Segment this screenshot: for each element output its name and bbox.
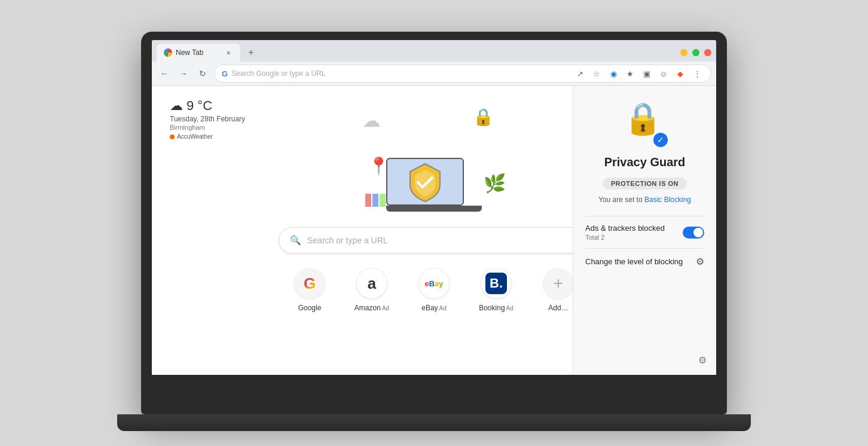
- change-blocking-row: Change the level of blocking ⚙: [585, 248, 704, 267]
- weather-widget: ☁ 9 °C Tuesday, 28th February Birmingham…: [170, 98, 245, 140]
- laptop-screen: New Tab ✕ + ← → ↻ G Search Google or typ…: [152, 40, 716, 375]
- brave-icon[interactable]: ◆: [674, 67, 687, 80]
- ebay-label: eBayAd: [421, 304, 447, 312]
- quick-link-google[interactable]: G Google: [286, 268, 334, 312]
- booking-label: BookingAd: [479, 304, 514, 312]
- shield-icon[interactable]: ◉: [607, 67, 620, 80]
- laptop-base-bar: [117, 414, 751, 431]
- ebay-ad-badge: Ad: [439, 305, 447, 311]
- search-placeholder-text: Search or type a URL: [307, 236, 388, 245]
- booking-ad-badge: Ad: [506, 305, 514, 311]
- google-g-letter: G: [304, 274, 316, 293]
- security-image: ☁ 🔒 📍: [356, 104, 512, 212]
- tab-close-button[interactable]: ✕: [224, 48, 233, 57]
- new-tab-button[interactable]: +: [243, 44, 259, 61]
- cloud-decor: ☁: [362, 110, 380, 131]
- ads-trackers-row: Ads & trackers blocked Total 2: [585, 216, 704, 248]
- address-field[interactable]: G Search Google or type a URL ↗ ☆ ◉ ★ ▣ …: [214, 65, 711, 83]
- laptop-shell: New Tab ✕ + ← → ↻ G Search Google or typ…: [141, 32, 727, 414]
- search-container: 🔍 Search or type a URL: [279, 227, 589, 253]
- shield-svg: [407, 161, 443, 203]
- ads-row-header: Ads & trackers blocked Total 2: [585, 224, 704, 241]
- basic-blocking-link[interactable]: Basic Blocking: [644, 195, 691, 204]
- hero-illustration: ☁ 🔒 📍: [332, 98, 536, 218]
- protection-status-badge: PROTECTION IS ON: [603, 178, 687, 190]
- settings-gear-icon[interactable]: ⚙: [696, 256, 704, 267]
- ads-toggle[interactable]: [683, 227, 704, 239]
- google-g-favicon: G: [222, 69, 228, 78]
- books-decor: [365, 194, 386, 207]
- settings-icon: ⚙: [698, 355, 707, 365]
- address-icons: ↗ ☆ ◉ ★ ▣ ☺ ◆ ⋮: [573, 67, 704, 80]
- minimize-button[interactable]: [680, 49, 687, 56]
- maximize-button[interactable]: [692, 49, 699, 56]
- weather-source: AccuWeather: [170, 133, 245, 140]
- search-icon: 🔍: [290, 235, 301, 246]
- laptop-base: [386, 206, 482, 212]
- ads-row-count: Total 2: [585, 234, 665, 241]
- ebay-icon: eBay: [418, 268, 450, 299]
- tab-label: New Tab: [176, 48, 203, 57]
- quick-link-amazon[interactable]: a AmazonAd: [348, 268, 396, 312]
- change-label: Change the level of blocking: [585, 257, 683, 266]
- temperature-value: 9 °C: [187, 98, 212, 114]
- profile-icon[interactable]: ☺: [657, 67, 670, 80]
- weather-date: Tuesday, 28th February: [170, 115, 245, 123]
- share-icon[interactable]: ↗: [573, 67, 586, 80]
- ads-row-text: Ads & trackers blocked Total 2: [585, 224, 665, 241]
- address-bar-row: ← → ↻ G Search Google or type a URL ↗ ☆ …: [152, 62, 716, 85]
- amazon-ad-badge: Ad: [382, 305, 389, 311]
- privacy-guard-panel: 🔒 ✓ Privacy Guard PROTECTION IS ON You a…: [573, 86, 716, 375]
- add-plus: +: [554, 274, 563, 293]
- quick-link-booking[interactable]: B. BookingAd: [472, 268, 520, 312]
- plant-decor: 🌿: [484, 173, 506, 194]
- back-button[interactable]: ←: [157, 66, 172, 81]
- google-label: Google: [298, 304, 322, 312]
- window-controls: [680, 49, 711, 56]
- newtab-settings-button[interactable]: ⚙: [698, 355, 707, 366]
- toggle-knob: [693, 228, 703, 237]
- close-button[interactable]: [704, 49, 711, 56]
- address-text: Search Google or type a URL: [231, 69, 325, 78]
- amazon-icon: a: [356, 268, 387, 299]
- browser-chrome: New Tab ✕ + ← → ↻ G Search Google or typ…: [152, 40, 716, 86]
- privacy-description: You are set to Basic Blocking: [598, 195, 691, 204]
- newtab-content: ☁ 9 °C Tuesday, 28th February Birmingham…: [152, 86, 716, 375]
- add-icon: +: [543, 268, 574, 299]
- cloud-icon: ☁: [170, 98, 183, 114]
- menu-icon[interactable]: ⋮: [690, 67, 704, 80]
- ads-row-title: Ads & trackers blocked: [585, 224, 665, 233]
- check-icon: ✓: [657, 135, 664, 145]
- search-bar[interactable]: 🔍 Search or type a URL: [279, 227, 589, 253]
- tab-favicon: [164, 48, 172, 57]
- ebay-text: eBay: [424, 279, 443, 288]
- weather-temp: ☁ 9 °C: [170, 98, 245, 114]
- privacy-guard-icon-wrap: 🔒 ✓: [624, 103, 667, 146]
- booking-b-letter: B.: [485, 273, 507, 294]
- tab-bar: New Tab ✕ +: [152, 40, 716, 62]
- lock-icon: 🔒: [624, 101, 662, 136]
- weather-city: Birmingham: [170, 124, 245, 131]
- active-tab[interactable]: New Tab ✕: [157, 44, 240, 62]
- quick-link-ebay[interactable]: eBay eBayAd: [410, 268, 458, 312]
- lock-decor: 🔒: [473, 107, 494, 127]
- booking-icon: B.: [481, 268, 512, 299]
- tab-grid-icon[interactable]: ▣: [640, 67, 653, 80]
- laptop-illus: [386, 158, 482, 212]
- bookmark-icon[interactable]: ☆: [590, 67, 603, 80]
- description-prefix: You are set to: [598, 195, 643, 204]
- shield-badge: ✓: [652, 132, 669, 148]
- quick-links: G Google a AmazonAd: [286, 268, 582, 312]
- google-icon: G: [294, 268, 325, 299]
- accuweather-dot: [170, 135, 175, 139]
- extensions-icon[interactable]: ★: [624, 67, 637, 80]
- reload-button[interactable]: ↻: [195, 66, 210, 81]
- forward-button[interactable]: →: [176, 66, 191, 81]
- privacy-guard-title: Privacy Guard: [604, 155, 686, 169]
- laptop-body: [386, 158, 464, 206]
- amazon-label: AmazonAd: [354, 304, 389, 312]
- accuweather-label: AccuWeather: [177, 133, 213, 140]
- add-label: Add…: [548, 304, 568, 312]
